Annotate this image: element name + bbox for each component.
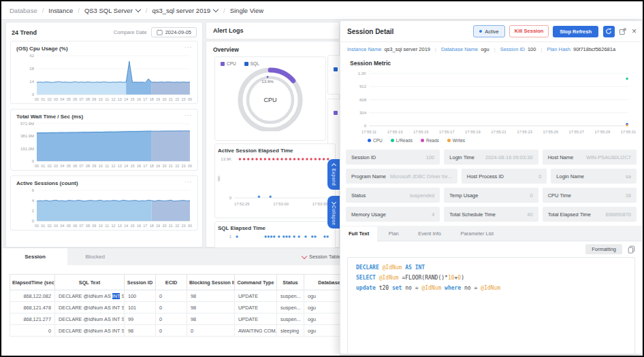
tab-full-text[interactable]: Full Text	[340, 226, 377, 241]
tab-parameter-list[interactable]: Parameter List	[452, 226, 502, 241]
svg-text:19: 19	[156, 164, 160, 168]
svg-text:381.9M: 381.9M	[20, 134, 34, 138]
svg-text:01: 01	[41, 224, 45, 228]
chevron-down-icon[interactable]	[135, 7, 141, 12]
cpu-legend-dot	[368, 139, 371, 142]
active-toggle[interactable]: Active	[473, 25, 504, 37]
selected-text: INT	[112, 293, 120, 299]
overview-donut-chart: CPU13.9%	[215, 66, 325, 131]
svg-text:13: 13	[118, 224, 122, 228]
svg-text:912: 912	[359, 84, 367, 88]
collapse-button[interactable]: Collapse	[327, 196, 340, 228]
svg-text:16: 16	[137, 224, 141, 228]
table-row[interactable]: 868,122.082 DECLARE @IdNum AS INT SE... …	[10, 290, 340, 302]
legend-item-reads[interactable]: Reads	[421, 138, 439, 143]
legend-item-writes[interactable]: Writes	[447, 138, 465, 143]
svg-text:00: 00	[188, 97, 192, 101]
svg-text:0: 0	[32, 219, 35, 223]
tab-blocked[interactable]: Blocked	[70, 248, 119, 265]
svg-text:03: 03	[54, 224, 58, 228]
card-menu-icon[interactable]: ···	[184, 112, 193, 118]
svg-text:22: 22	[175, 97, 179, 101]
svg-text:16: 16	[137, 97, 141, 101]
open-in-new-window-button[interactable]	[619, 28, 626, 35]
svg-text:20: 20	[162, 224, 166, 228]
tab-plan[interactable]: Plan	[381, 226, 407, 241]
field-session-id: Session ID100	[346, 150, 440, 165]
card-menu-icon[interactable]: ···	[184, 178, 193, 185]
svg-text:07: 07	[80, 224, 84, 228]
svg-text:304: 304	[359, 111, 367, 115]
table-row[interactable]: 868,121.478 DECLARE @IdNum AS INT SE... …	[10, 302, 340, 313]
plan-hash-label[interactable]: Plan Hash	[547, 46, 570, 52]
breadcrumb-item-single-view[interactable]: Single View	[230, 7, 263, 14]
legend-item-sql: SQL	[244, 61, 259, 66]
svg-text:00: 00	[188, 224, 192, 228]
table-row[interactable]: 0 DECLARE @IdNum AS INT SE... 98 0 0 AWA…	[10, 325, 340, 337]
database-name-value: ogu	[481, 46, 489, 52]
breadcrumb-item-database[interactable]: Database	[10, 7, 37, 14]
overview-panel: Overview CPU SQL CPU13.9% Active Session…	[206, 41, 340, 248]
compare-date-input[interactable]: 2024-09-05	[151, 27, 197, 37]
svg-text:21: 21	[169, 224, 173, 228]
legend-item-cpu[interactable]: CPU	[368, 138, 383, 143]
svg-text:17:55:21: 17:55:21	[491, 130, 506, 134]
expand-button[interactable]: Expand	[327, 159, 340, 190]
instance-name-value: qs3_sql server 2019	[384, 46, 430, 52]
tab-event-info[interactable]: Event Info	[410, 226, 449, 241]
svg-text:572.9M: 572.9M	[20, 122, 34, 126]
column-header[interactable]: Status	[277, 275, 304, 290]
close-button[interactable]: ×	[632, 27, 637, 36]
svg-text:13.9%: 13.9%	[261, 79, 274, 84]
column-header[interactable]: Blocking Session ID	[187, 275, 235, 290]
svg-text:04: 04	[60, 97, 64, 101]
field-total-elapsed-time: Total Elapsed Time696890870	[543, 207, 637, 222]
field-program-name: Program NameMicrosoft JDBC Driver for...	[346, 169, 457, 184]
column-header[interactable]: SQL Text	[55, 275, 125, 290]
breadcrumb-item-instance[interactable]: Instance	[48, 7, 73, 14]
column-header[interactable]: ElapsedTime (sec)	[10, 275, 55, 290]
svg-text:13.9K: 13.9K	[221, 157, 231, 161]
sql-full-text[interactable]: DECLARE @IdNum AS INTSELECT @IdNum =FLOO…	[347, 257, 635, 356]
writes-legend-dot	[447, 139, 451, 142]
session-detail-title: Session Detail	[347, 28, 393, 35]
column-header[interactable]: ECID	[156, 275, 187, 290]
svg-text:CPU: CPU	[263, 97, 276, 103]
card-menu-icon[interactable]: ···	[184, 44, 193, 50]
table-row[interactable]: 868,121.277 DECLARE @IdNum AS INT SE... …	[10, 313, 340, 325]
session-table-selector[interactable]: Session Table	[302, 248, 340, 265]
tab-session[interactable]: Session	[3, 248, 67, 265]
column-header[interactable]: Database Name	[304, 275, 340, 290]
detail-tabs: Full Text Plan Event Info Parameter List	[340, 226, 642, 241]
active-session-elapsed-title: Active Session Elapsed Time	[218, 148, 335, 154]
svg-text:05: 05	[67, 224, 71, 228]
svg-text:02: 02	[48, 164, 52, 168]
kill-session-button[interactable]: Kill Session	[509, 25, 549, 37]
column-header[interactable]: Command Type	[235, 275, 277, 290]
svg-text:08: 08	[86, 224, 90, 228]
refresh-button[interactable]	[603, 26, 615, 37]
svg-text:15: 15	[131, 164, 135, 168]
active-session-elapsed-card: Active Session Elapsed Time 13.9K0sec17:…	[214, 143, 336, 218]
session-id-label[interactable]: Session ID	[500, 46, 525, 52]
formatting-button[interactable]: Formatting	[585, 244, 622, 254]
svg-text:22: 22	[175, 164, 179, 168]
legend-item-lreads[interactable]: L/Reads	[391, 138, 413, 143]
breadcrumb-item-server[interactable]: QS3 SQL Server	[84, 7, 133, 14]
database-name-label[interactable]: Database Name	[441, 46, 478, 52]
svg-text:20: 20	[162, 164, 166, 168]
overview-donut-card: CPU SQL CPU13.9%	[214, 56, 326, 141]
trend-panel-title: 24 Trend	[12, 29, 37, 36]
svg-text:23: 23	[182, 164, 186, 168]
overview-title: Overview	[206, 41, 339, 53]
column-header[interactable]: Session ID	[125, 275, 156, 290]
svg-text:10: 10	[99, 164, 103, 168]
stop-refresh-button[interactable]: Stop Refresh	[553, 26, 598, 37]
instance-name-label[interactable]: Instance Name	[347, 46, 381, 52]
cpu-usage-title: (OS) Cpu Usage (%)	[16, 46, 193, 52]
svg-text:09: 09	[92, 224, 96, 228]
svg-text:23: 23	[182, 224, 186, 228]
breadcrumb-item-instance-name[interactable]: qs3_sql server 2019	[152, 7, 210, 14]
copy-button[interactable]	[628, 245, 635, 254]
chevron-down-icon[interactable]	[213, 7, 219, 12]
